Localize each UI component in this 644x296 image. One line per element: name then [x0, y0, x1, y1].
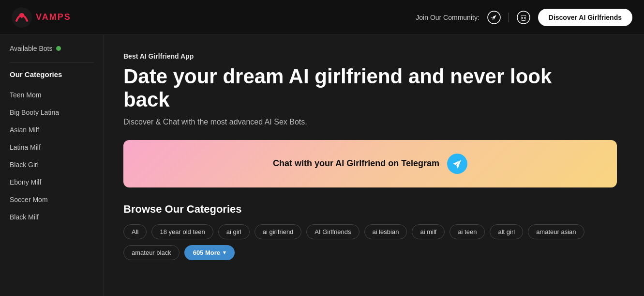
tagline-small: Best AI Girlfriend App [123, 52, 625, 60]
logo-text: VAMPS [36, 12, 71, 22]
sidebar: Available Bots Our Categories Teen Mom B… [0, 35, 104, 296]
available-bots-indicator [56, 46, 61, 51]
logo-area: VAMPS [12, 7, 71, 28]
discord-icon[interactable] [517, 11, 530, 24]
tag-alt-girl[interactable]: alt girl [490, 224, 523, 239]
svg-point-1 [19, 13, 24, 17]
discover-ai-girlfriends-button[interactable]: Discover AI Girlfriends [538, 9, 632, 26]
sidebar-item-teen-mom[interactable]: Teen Mom [0, 86, 104, 104]
tag-18-year-old-teen[interactable]: 18 year old teen [151, 224, 213, 239]
svg-point-3 [517, 11, 530, 24]
tags-row-2: amateur black 605 More ▾ [123, 245, 625, 260]
tag-ai-girlfriend[interactable]: ai girlfriend [255, 224, 302, 239]
header-divider [509, 13, 509, 22]
sidebar-divider [10, 62, 94, 62]
tag-ai-girlfriends[interactable]: AI Girlfriends [306, 224, 359, 239]
categories-heading: Our Categories [0, 70, 104, 86]
join-community-label: Join Our Community: [416, 14, 479, 21]
sidebar-item-ebony-milf[interactable]: Ebony Milf [0, 173, 104, 191]
chevron-down-icon: ▾ [223, 249, 226, 256]
body-layout: Available Bots Our Categories Teen Mom B… [0, 35, 644, 296]
tag-ai-milf[interactable]: ai milf [412, 224, 445, 239]
tag-all[interactable]: All [123, 224, 147, 239]
main-content: Best AI Girlfriend App Date your dream A… [104, 35, 644, 296]
header-right: Join Our Community: Discover AI Girlfrie… [416, 9, 632, 26]
telegram-banner-icon [447, 154, 467, 174]
browse-heading: Browse Our Categories [123, 203, 625, 216]
telegram-banner-text: Chat with your AI Girlfriend on Telegram [273, 158, 439, 169]
svg-point-4 [521, 17, 523, 19]
logo-icon [12, 7, 32, 28]
telegram-banner[interactable]: Chat with your AI Girlfriend on Telegram [123, 140, 617, 187]
sidebar-item-black-milf[interactable]: Black Milf [0, 208, 104, 226]
main-title: Date your dream AI girlfriend and never … [123, 65, 559, 112]
more-button-label: 605 More [193, 249, 220, 256]
telegram-send-icon [452, 158, 463, 169]
tag-ai-lesbian[interactable]: ai lesbian [364, 224, 407, 239]
telegram-icon[interactable] [487, 11, 501, 24]
more-button[interactable]: 605 More ▾ [184, 245, 235, 260]
header: VAMPS Join Our Community: Discover AI Gi… [0, 0, 644, 35]
tag-amateur-asian[interactable]: amateur asian [528, 224, 584, 239]
tag-ai-teen[interactable]: ai teen [449, 224, 485, 239]
tags-row: All 18 year old teen ai girl ai girlfrie… [123, 224, 625, 239]
sidebar-item-asian-milf[interactable]: Asian Milf [0, 121, 104, 139]
tag-ai-girl[interactable]: ai girl [218, 224, 250, 239]
sidebar-item-soccer-mom[interactable]: Soccer Mom [0, 191, 104, 208]
svg-point-5 [524, 17, 525, 19]
main-subtitle: Discover & Chat with the most advanced A… [123, 118, 625, 126]
sidebar-item-big-booty-latina[interactable]: Big Booty Latina [0, 104, 104, 121]
available-bots-row: Available Bots [0, 45, 104, 52]
sidebar-item-latina-milf[interactable]: Latina Milf [0, 139, 104, 156]
available-bots-label: Available Bots [10, 45, 52, 52]
tag-amateur-black[interactable]: amateur black [123, 245, 180, 260]
sidebar-item-black-girl[interactable]: Black Girl [0, 156, 104, 173]
